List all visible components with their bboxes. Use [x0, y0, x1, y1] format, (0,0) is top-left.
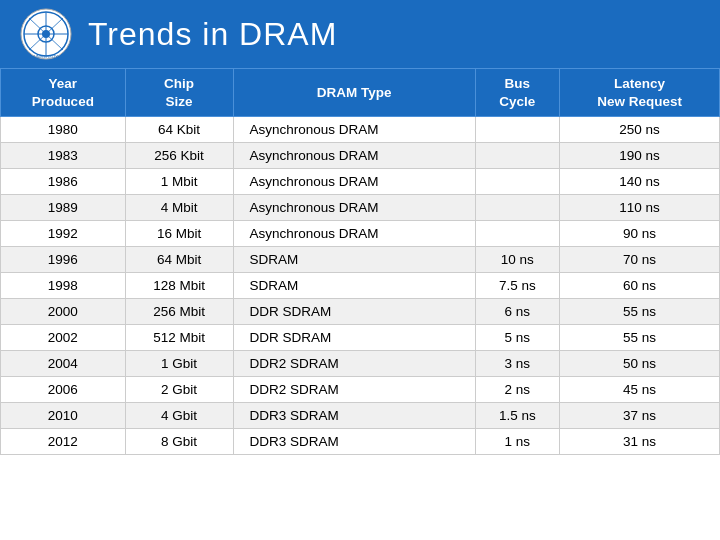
cell-dram: SDRAM	[233, 247, 475, 273]
cell-latency: 55 ns	[560, 299, 720, 325]
col-bus: BusCycle	[475, 69, 559, 117]
table-row: 199216 MbitAsynchronous DRAM90 ns	[1, 221, 720, 247]
cell-latency: 50 ns	[560, 351, 720, 377]
cell-latency: 190 ns	[560, 143, 720, 169]
cell-dram: DDR SDRAM	[233, 299, 475, 325]
cell-year: 2012	[1, 429, 126, 455]
cell-dram: DDR2 SDRAM	[233, 377, 475, 403]
cell-bus: 10 ns	[475, 247, 559, 273]
cell-bus	[475, 195, 559, 221]
cell-latency: 70 ns	[560, 247, 720, 273]
cell-bus	[475, 169, 559, 195]
cell-year: 2000	[1, 299, 126, 325]
table-row: 20041 GbitDDR2 SDRAM3 ns50 ns	[1, 351, 720, 377]
cell-latency: 45 ns	[560, 377, 720, 403]
table-container: YearProduced ChipSize DRAM Type BusCycle…	[0, 68, 720, 455]
cell-chip: 64 Mbit	[125, 247, 233, 273]
cell-dram: DDR SDRAM	[233, 325, 475, 351]
cell-bus: 3 ns	[475, 351, 559, 377]
table-row: 20104 GbitDDR3 SDRAM1.5 ns37 ns	[1, 403, 720, 429]
cell-latency: 140 ns	[560, 169, 720, 195]
cell-bus: 1.5 ns	[475, 403, 559, 429]
cell-dram: Asynchronous DRAM	[233, 169, 475, 195]
cell-year: 2010	[1, 403, 126, 429]
col-chip: ChipSize	[125, 69, 233, 117]
cell-latency: 90 ns	[560, 221, 720, 247]
page-title: Trends in DRAM	[88, 16, 337, 53]
table-row: 2000256 MbitDDR SDRAM6 ns55 ns	[1, 299, 720, 325]
table-row: 2002512 MbitDDR SDRAM5 ns55 ns	[1, 325, 720, 351]
cell-latency: 31 ns	[560, 429, 720, 455]
col-year: YearProduced	[1, 69, 126, 117]
cell-chip: 64 Kbit	[125, 117, 233, 143]
cell-chip: 256 Mbit	[125, 299, 233, 325]
cell-chip: 2 Gbit	[125, 377, 233, 403]
cell-dram: Asynchronous DRAM	[233, 143, 475, 169]
cell-chip: 512 Mbit	[125, 325, 233, 351]
cell-chip: 1 Gbit	[125, 351, 233, 377]
cell-chip: 16 Mbit	[125, 221, 233, 247]
table-row: 20128 GbitDDR3 SDRAM1 ns31 ns	[1, 429, 720, 455]
table-row: 19861 MbitAsynchronous DRAM140 ns	[1, 169, 720, 195]
cell-dram: DDR3 SDRAM	[233, 403, 475, 429]
table-header-row: YearProduced ChipSize DRAM Type BusCycle…	[1, 69, 720, 117]
table-row: 1983256 KbitAsynchronous DRAM190 ns	[1, 143, 720, 169]
cell-year: 1998	[1, 273, 126, 299]
table-row: 20062 GbitDDR2 SDRAM2 ns45 ns	[1, 377, 720, 403]
cell-dram: DDR2 SDRAM	[233, 351, 475, 377]
cell-dram: Asynchronous DRAM	[233, 117, 475, 143]
cell-year: 1992	[1, 221, 126, 247]
cell-latency: 250 ns	[560, 117, 720, 143]
table-row: 1998128 MbitSDRAM7.5 ns60 ns	[1, 273, 720, 299]
cell-dram: DDR3 SDRAM	[233, 429, 475, 455]
cell-latency: 110 ns	[560, 195, 720, 221]
logo-icon: UNIVERSITY	[20, 8, 72, 60]
cell-year: 1996	[1, 247, 126, 273]
cell-latency: 60 ns	[560, 273, 720, 299]
cell-bus: 1 ns	[475, 429, 559, 455]
cell-year: 1980	[1, 117, 126, 143]
cell-latency: 55 ns	[560, 325, 720, 351]
cell-year: 2006	[1, 377, 126, 403]
cell-dram: Asynchronous DRAM	[233, 195, 475, 221]
svg-point-7	[42, 30, 50, 38]
cell-year: 1989	[1, 195, 126, 221]
header: UNIVERSITY Trends in DRAM	[0, 0, 720, 68]
cell-year: 1986	[1, 169, 126, 195]
cell-chip: 4 Gbit	[125, 403, 233, 429]
cell-bus	[475, 221, 559, 247]
cell-chip: 8 Gbit	[125, 429, 233, 455]
cell-year: 1983	[1, 143, 126, 169]
cell-bus: 5 ns	[475, 325, 559, 351]
dram-table: YearProduced ChipSize DRAM Type BusCycle…	[0, 68, 720, 455]
cell-bus	[475, 143, 559, 169]
cell-bus: 7.5 ns	[475, 273, 559, 299]
table-row: 199664 MbitSDRAM10 ns70 ns	[1, 247, 720, 273]
cell-year: 2004	[1, 351, 126, 377]
cell-chip: 256 Kbit	[125, 143, 233, 169]
cell-chip: 1 Mbit	[125, 169, 233, 195]
col-latency: LatencyNew Request	[560, 69, 720, 117]
cell-bus: 2 ns	[475, 377, 559, 403]
cell-bus	[475, 117, 559, 143]
cell-dram: SDRAM	[233, 273, 475, 299]
cell-chip: 4 Mbit	[125, 195, 233, 221]
cell-bus: 6 ns	[475, 299, 559, 325]
svg-text:UNIVERSITY: UNIVERSITY	[34, 54, 58, 59]
table-row: 19894 MbitAsynchronous DRAM110 ns	[1, 195, 720, 221]
table-row: 198064 KbitAsynchronous DRAM250 ns	[1, 117, 720, 143]
cell-chip: 128 Mbit	[125, 273, 233, 299]
col-dram: DRAM Type	[233, 69, 475, 117]
cell-year: 2002	[1, 325, 126, 351]
cell-latency: 37 ns	[560, 403, 720, 429]
cell-dram: Asynchronous DRAM	[233, 221, 475, 247]
